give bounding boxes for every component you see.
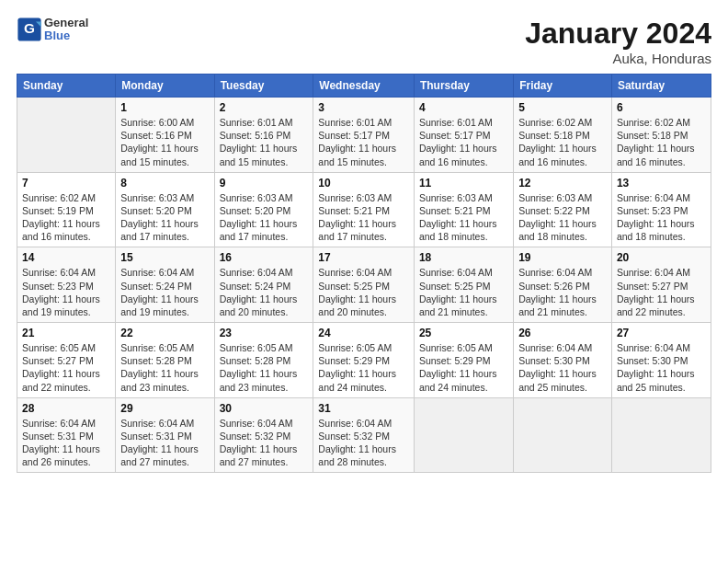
calendar-day-cell: 2Sunrise: 6:01 AMSunset: 5:16 PMDaylight… [214, 98, 313, 173]
day-info: Sunrise: 6:03 AMSunset: 5:20 PMDaylight:… [220, 191, 309, 244]
day-info: Sunrise: 6:04 AMSunset: 5:25 PMDaylight:… [318, 266, 409, 318]
day-info: Sunrise: 6:04 AMSunset: 5:30 PMDaylight:… [518, 341, 607, 394]
day-number: 7 [22, 177, 110, 190]
day-info: Sunrise: 6:02 AMSunset: 5:18 PMDaylight:… [518, 116, 607, 168]
day-number: 1 [120, 101, 209, 114]
day-number: 31 [318, 402, 409, 415]
calendar-day-cell [514, 397, 612, 473]
calendar-day-cell: 15Sunrise: 6:04 AMSunset: 5:24 PMDayligh… [116, 247, 214, 323]
day-number: 18 [419, 251, 508, 264]
calendar-week-row: 7Sunrise: 6:02 AMSunset: 5:19 PMDaylight… [17, 172, 711, 247]
day-info: Sunrise: 6:03 AMSunset: 5:20 PMDaylight:… [120, 191, 209, 244]
day-of-week-header: Saturday [611, 75, 711, 98]
day-of-week-header: Tuesday [214, 75, 313, 98]
calendar-table: SundayMondayTuesdayWednesdayThursdayFrid… [17, 74, 711, 473]
calendar-day-cell: 17Sunrise: 6:04 AMSunset: 5:25 PMDayligh… [313, 247, 415, 323]
day-number: 23 [220, 327, 309, 339]
calendar-day-cell: 27Sunrise: 6:04 AMSunset: 5:30 PMDayligh… [611, 323, 711, 398]
calendar-day-cell: 23Sunrise: 6:05 AMSunset: 5:28 PMDayligh… [214, 323, 313, 398]
calendar-week-row: 1Sunrise: 6:00 AMSunset: 5:16 PMDaylight… [17, 98, 711, 173]
day-number: 13 [617, 177, 706, 190]
calendar-day-cell: 5Sunrise: 6:02 AMSunset: 5:18 PMDaylight… [514, 98, 612, 173]
calendar-container: G General Blue January 2024 Auka, Hondur… [0, 0, 728, 563]
day-number: 5 [518, 101, 607, 114]
calendar-day-cell: 12Sunrise: 6:03 AMSunset: 5:22 PMDayligh… [514, 172, 612, 247]
day-of-week-header: Wednesday [313, 75, 415, 98]
day-of-week-header: Friday [514, 75, 612, 98]
day-info: Sunrise: 6:05 AMSunset: 5:28 PMDaylight:… [220, 341, 309, 394]
day-info: Sunrise: 6:04 AMSunset: 5:31 PMDaylight:… [120, 417, 209, 469]
day-number: 30 [220, 402, 309, 415]
day-info: Sunrise: 6:02 AMSunset: 5:18 PMDaylight:… [617, 116, 706, 168]
logo-general: General [44, 16, 88, 29]
day-info: Sunrise: 6:04 AMSunset: 5:32 PMDaylight:… [318, 417, 409, 469]
day-info: Sunrise: 6:04 AMSunset: 5:27 PMDaylight:… [617, 266, 706, 318]
calendar-week-row: 21Sunrise: 6:05 AMSunset: 5:27 PMDayligh… [17, 323, 711, 398]
calendar-day-cell: 31Sunrise: 6:04 AMSunset: 5:32 PMDayligh… [313, 397, 415, 473]
day-number: 3 [318, 101, 409, 114]
day-number: 20 [617, 251, 706, 264]
day-number: 8 [120, 177, 209, 190]
day-info: Sunrise: 6:03 AMSunset: 5:21 PMDaylight:… [419, 191, 508, 244]
day-info: Sunrise: 6:04 AMSunset: 5:25 PMDaylight:… [419, 266, 508, 318]
calendar-week-row: 14Sunrise: 6:04 AMSunset: 5:23 PMDayligh… [17, 247, 711, 323]
calendar-day-cell: 25Sunrise: 6:05 AMSunset: 5:29 PMDayligh… [414, 323, 513, 398]
day-info: Sunrise: 6:04 AMSunset: 5:32 PMDaylight:… [220, 417, 309, 469]
calendar-day-cell: 10Sunrise: 6:03 AMSunset: 5:21 PMDayligh… [313, 172, 415, 247]
day-number: 12 [518, 177, 607, 190]
day-info: Sunrise: 6:05 AMSunset: 5:28 PMDaylight:… [120, 341, 209, 394]
day-info: Sunrise: 6:04 AMSunset: 5:24 PMDaylight:… [120, 266, 209, 318]
day-info: Sunrise: 6:03 AMSunset: 5:22 PMDaylight:… [518, 191, 607, 244]
day-number: 15 [120, 251, 209, 264]
day-number: 2 [220, 101, 309, 114]
calendar-day-cell: 13Sunrise: 6:04 AMSunset: 5:23 PMDayligh… [611, 172, 711, 247]
day-number: 22 [120, 327, 209, 339]
calendar-day-cell: 28Sunrise: 6:04 AMSunset: 5:31 PMDayligh… [17, 397, 116, 473]
day-info: Sunrise: 6:04 AMSunset: 5:31 PMDaylight:… [22, 417, 110, 469]
logo: G General Blue [17, 17, 88, 43]
day-info: Sunrise: 6:04 AMSunset: 5:23 PMDaylight:… [22, 266, 110, 318]
calendar-day-cell [17, 98, 116, 173]
calendar-day-cell: 29Sunrise: 6:04 AMSunset: 5:31 PMDayligh… [116, 397, 214, 473]
day-info: Sunrise: 6:01 AMSunset: 5:17 PMDaylight:… [318, 116, 409, 168]
day-number: 27 [617, 327, 706, 339]
day-info: Sunrise: 6:01 AMSunset: 5:16 PMDaylight:… [220, 116, 309, 168]
day-info: Sunrise: 6:00 AMSunset: 5:16 PMDaylight:… [120, 116, 209, 168]
day-number: 24 [318, 327, 409, 339]
day-number: 6 [617, 101, 706, 114]
day-info: Sunrise: 6:04 AMSunset: 5:23 PMDaylight:… [617, 191, 706, 244]
day-info: Sunrise: 6:03 AMSunset: 5:21 PMDaylight:… [318, 191, 409, 244]
logo-icon: G [17, 17, 42, 42]
day-number: 21 [22, 327, 110, 339]
day-number: 9 [220, 177, 309, 190]
logo-blue: Blue [44, 29, 70, 42]
calendar-day-cell: 1Sunrise: 6:00 AMSunset: 5:16 PMDaylight… [116, 98, 214, 173]
calendar-day-cell: 30Sunrise: 6:04 AMSunset: 5:32 PMDayligh… [214, 397, 313, 473]
calendar-day-cell: 4Sunrise: 6:01 AMSunset: 5:17 PMDaylight… [414, 98, 513, 173]
calendar-day-cell: 21Sunrise: 6:05 AMSunset: 5:27 PMDayligh… [17, 323, 116, 398]
day-info: Sunrise: 6:01 AMSunset: 5:17 PMDaylight:… [419, 116, 508, 168]
day-info: Sunrise: 6:04 AMSunset: 5:30 PMDaylight:… [617, 341, 706, 394]
calendar-day-cell: 24Sunrise: 6:05 AMSunset: 5:29 PMDayligh… [313, 323, 415, 398]
day-number: 25 [419, 327, 508, 339]
calendar-day-cell: 7Sunrise: 6:02 AMSunset: 5:19 PMDaylight… [17, 172, 116, 247]
calendar-day-cell: 8Sunrise: 6:03 AMSunset: 5:20 PMDaylight… [116, 172, 214, 247]
calendar-day-cell: 22Sunrise: 6:05 AMSunset: 5:28 PMDayligh… [116, 323, 214, 398]
day-number: 29 [120, 402, 209, 415]
day-number: 14 [22, 251, 110, 264]
calendar-day-cell: 3Sunrise: 6:01 AMSunset: 5:17 PMDaylight… [313, 98, 415, 173]
calendar-day-cell: 9Sunrise: 6:03 AMSunset: 5:20 PMDaylight… [214, 172, 313, 247]
day-number: 26 [518, 327, 607, 339]
day-info: Sunrise: 6:05 AMSunset: 5:29 PMDaylight:… [318, 341, 409, 394]
day-info: Sunrise: 6:04 AMSunset: 5:24 PMDaylight:… [220, 266, 309, 318]
month-title: January 2024 [525, 17, 711, 51]
calendar-day-cell: 26Sunrise: 6:04 AMSunset: 5:30 PMDayligh… [514, 323, 612, 398]
calendar-day-cell: 14Sunrise: 6:04 AMSunset: 5:23 PMDayligh… [17, 247, 116, 323]
day-of-week-header: Sunday [17, 75, 116, 98]
calendar-header-row: SundayMondayTuesdayWednesdayThursdayFrid… [17, 75, 711, 98]
calendar-day-cell: 20Sunrise: 6:04 AMSunset: 5:27 PMDayligh… [611, 247, 711, 323]
title-block: January 2024 Auka, Honduras [525, 17, 711, 66]
calendar-day-cell [414, 397, 513, 473]
header: G General Blue January 2024 Auka, Hondur… [17, 17, 711, 66]
day-number: 28 [22, 402, 110, 415]
